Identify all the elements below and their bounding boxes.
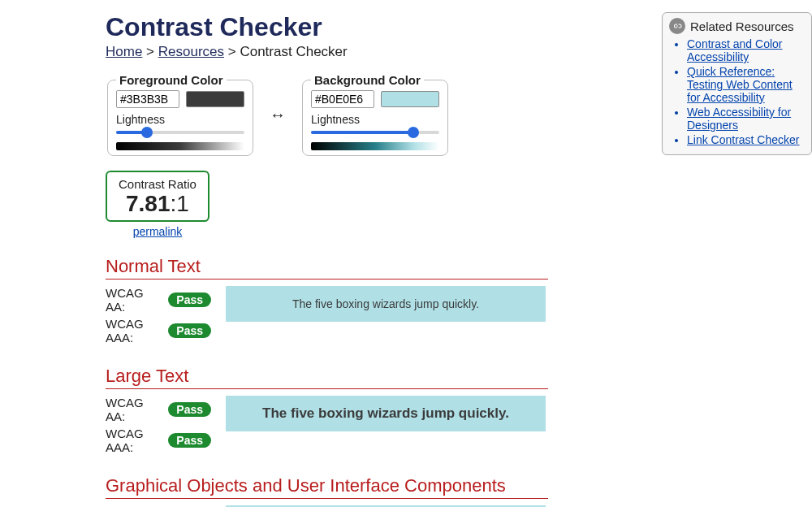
breadcrumb-resources[interactable]: Resources: [158, 44, 224, 59]
large-aaa-label: WCAG AAA:: [106, 427, 162, 454]
background-slider-fill: [311, 131, 413, 134]
foreground-lightness-slider[interactable]: [116, 128, 244, 137]
background-hex-input[interactable]: [311, 90, 374, 108]
breadcrumb-sep: >: [228, 44, 236, 59]
related-link-link-contrast[interactable]: Link Contrast Checker: [687, 133, 800, 146]
foreground-hue-bar[interactable]: [116, 142, 244, 150]
related-resources-panel: Related Resources Contrast and Color Acc…: [662, 12, 812, 155]
permalink-link[interactable]: permalink: [133, 225, 183, 238]
contrast-ratio-value: 7.81:1: [119, 191, 197, 217]
normal-aaa-label: WCAG AAA:: [106, 317, 162, 344]
foreground-hex-input[interactable]: [116, 90, 179, 108]
ui-components-heading: Graphical Objects and User Interface Com…: [106, 475, 548, 499]
foreground-slider-thumb[interactable]: [141, 127, 153, 138]
normal-text-sample: The five boxing wizards jump quickly.: [226, 286, 546, 322]
related-link-contrast-color[interactable]: Contrast and Color Accessibility: [687, 37, 783, 63]
related-resources-title: Related Resources: [690, 20, 794, 33]
background-hue-bar[interactable]: [311, 142, 439, 150]
foreground-color-panel: Foreground Color Lightness: [107, 73, 253, 156]
normal-aaa-badge: Pass: [168, 323, 211, 338]
normal-aa-badge: Pass: [168, 292, 211, 307]
related-link-designers[interactable]: Web Accessibility for Designers: [687, 106, 791, 132]
background-color-panel: Background Color Lightness: [302, 73, 448, 156]
large-text-sample: The five boxing wizards jump quickly.: [226, 396, 546, 431]
breadcrumb-sep: >: [146, 44, 154, 59]
large-text-heading: Large Text: [106, 366, 548, 389]
related-link-quick-reference[interactable]: Quick Reference: Testing Web Content for…: [687, 65, 793, 104]
large-aaa-badge: Pass: [168, 433, 211, 448]
large-aa-label: WCAG AA:: [106, 396, 162, 423]
link-icon: [669, 18, 685, 34]
swap-colors-button[interactable]: ↔: [270, 106, 286, 124]
breadcrumb-home[interactable]: Home: [106, 44, 142, 59]
background-slider-thumb[interactable]: [408, 127, 419, 138]
breadcrumb-current: Contrast Checker: [240, 44, 347, 59]
foreground-legend: Foreground Color: [116, 73, 227, 87]
foreground-swatch[interactable]: [186, 91, 244, 107]
background-lightness-label: Lightness: [311, 113, 439, 126]
background-lightness-slider[interactable]: [311, 128, 439, 137]
contrast-ratio-label: Contrast Ratio: [119, 177, 197, 191]
normal-aa-label: WCAG AA:: [106, 286, 162, 314]
normal-text-heading: Normal Text: [106, 256, 548, 280]
foreground-lightness-label: Lightness: [116, 113, 244, 126]
background-swatch[interactable]: [381, 91, 439, 107]
background-legend: Background Color: [311, 73, 424, 87]
contrast-ratio-box: Contrast Ratio 7.81:1: [106, 171, 209, 222]
large-aa-badge: Pass: [168, 402, 211, 417]
